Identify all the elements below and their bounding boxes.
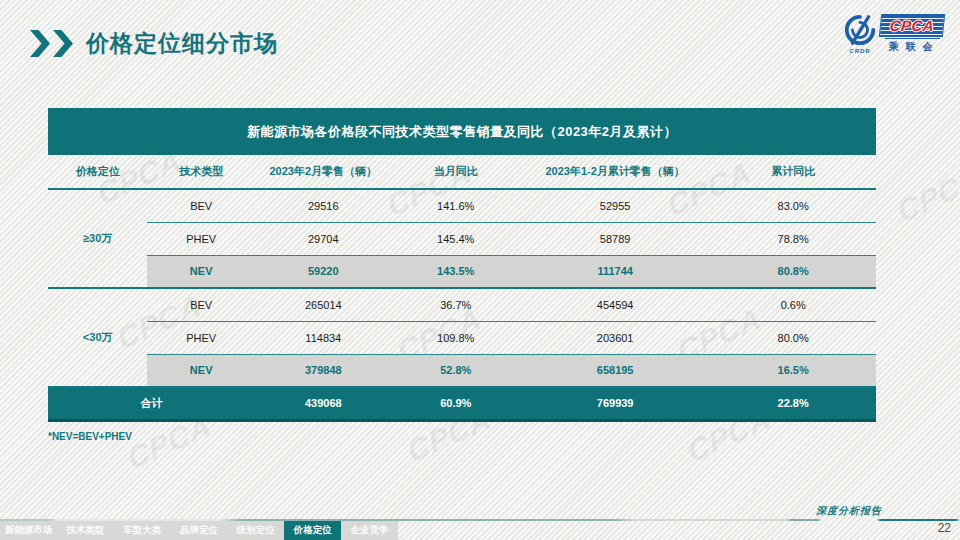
table-row-nev: NEV 59220 143.5% 111744 80.8% — [48, 255, 876, 288]
total-feb: 439068 — [255, 387, 392, 420]
col-header-cum-yoy: 累计同比 — [710, 155, 876, 189]
watermark: CPCA — [894, 161, 960, 230]
cpca-acronym-badge: CPCA — [879, 14, 945, 37]
tab-vehicle-class[interactable]: 车型大类 — [114, 521, 171, 540]
cell-type: PHEV — [147, 321, 255, 354]
col-header-mom-yoy: 当月同比 — [392, 155, 520, 189]
cell-feb: 29516 — [255, 189, 392, 222]
total-cum: 769939 — [520, 387, 710, 420]
cell-type: NEV — [147, 255, 255, 288]
tab-label: 品牌定位 — [180, 524, 218, 537]
group-label: ≥30万 — [48, 189, 147, 288]
data-table-section: 新能源市场各价格段不同技术类型零售销量及同比（2023年2月及累计） 价格定位 … — [48, 108, 876, 442]
tab-label: 价格定位 — [294, 524, 332, 537]
footnote: *NEV=BEV+PHEV — [48, 431, 876, 442]
tab-label: 级别定位 — [237, 524, 275, 537]
col-header-tech-type: 技术类型 — [147, 155, 255, 189]
table-header-row: 价格定位 技术类型 2023年2月零售（辆） 当月同比 2023年1-2月累计零… — [48, 155, 876, 189]
table-row: PHEV 29704 145.4% 58789 78.8% — [48, 222, 876, 255]
cell-yoy: 16.5% — [710, 354, 876, 387]
tab-tech-type[interactable]: 技术类型 — [57, 521, 114, 540]
col-header-feb-retail: 2023年2月零售（辆） — [255, 155, 392, 189]
chevron-right-icon — [53, 30, 73, 57]
group-label: <30万 — [48, 288, 147, 387]
cell-mom: 109.8% — [392, 321, 520, 354]
tab-label: 企业竞争 — [351, 524, 389, 537]
section-tabbar: 新能源市场 技术类型 车型大类 品牌定位 级别定位 价格定位 企业竞争 — [0, 521, 398, 540]
table-row: <30万 BEV 265014 36.7% 454594 0.6% — [48, 288, 876, 321]
sales-table: 价格定位 技术类型 2023年2月零售（辆） 当月同比 2023年1-2月累计零… — [48, 155, 876, 422]
cell-cum: 52955 — [520, 189, 710, 222]
cell-yoy: 83.0% — [710, 189, 876, 222]
cell-mom: 36.7% — [392, 288, 520, 321]
cell-type: NEV — [147, 354, 255, 387]
tab-company-competition[interactable]: 企业竞争 — [341, 521, 398, 540]
cell-cum: 454594 — [520, 288, 710, 321]
cpca-acronym: CPCA — [889, 17, 935, 34]
tab-nev-market[interactable]: 新能源市场 — [0, 521, 57, 540]
chevron-right-icon — [30, 30, 50, 57]
table-row: PHEV 114834 109.8% 203601 80.0% — [48, 321, 876, 354]
tab-brand-position[interactable]: 品牌定位 — [171, 521, 228, 540]
cell-cum: 203601 — [520, 321, 710, 354]
cell-cum: 111744 — [520, 255, 710, 288]
table-title: 新能源市场各价格段不同技术类型零售销量及同比（2023年2月及累计） — [48, 108, 876, 155]
total-yoy: 22.8% — [710, 387, 876, 420]
cell-mom: 141.6% — [392, 189, 520, 222]
cell-yoy: 80.8% — [710, 255, 876, 288]
cell-cum: 658195 — [520, 354, 710, 387]
col-header-price-tier: 价格定位 — [48, 155, 147, 189]
col-header-cum-retail: 2023年1-2月累计零售（辆） — [520, 155, 710, 189]
cell-cum: 58789 — [520, 222, 710, 255]
cell-mom: 52.8% — [392, 354, 520, 387]
cpca-logo-subtext: CRDR — [849, 48, 870, 54]
cell-yoy: 0.6% — [710, 288, 876, 321]
cell-mom: 145.4% — [392, 222, 520, 255]
table-row: ≥30万 BEV 29516 141.6% 52955 83.0% — [48, 189, 876, 222]
tab-label: 车型大类 — [123, 524, 161, 537]
table-total-row: 合计 439068 60.9% 769939 22.8% — [48, 387, 876, 420]
tab-price-position[interactable]: 价格定位 — [284, 521, 341, 540]
tab-level-position[interactable]: 级别定位 — [227, 521, 284, 540]
cell-feb: 379848 — [255, 354, 392, 387]
page-number: 22 — [938, 521, 951, 535]
cell-feb: 59220 — [255, 255, 392, 288]
tab-label: 新能源市场 — [5, 524, 53, 537]
slide-header: 价格定位细分市场 — [30, 28, 278, 59]
cell-feb: 29704 — [255, 222, 392, 255]
cell-type: PHEV — [147, 222, 255, 255]
cpca-chinese-name: 乘联会 — [885, 38, 940, 54]
tab-label: 技术类型 — [66, 524, 104, 537]
cell-yoy: 80.0% — [710, 321, 876, 354]
page-title: 价格定位细分市场 — [86, 28, 278, 59]
cell-yoy: 78.8% — [710, 222, 876, 255]
cell-mom: 143.5% — [392, 255, 520, 288]
cpca-swirl-icon — [843, 13, 877, 51]
table-row-nev: NEV 379848 52.8% 658195 16.5% — [48, 354, 876, 387]
total-label: 合计 — [48, 387, 255, 420]
cell-feb: 265014 — [255, 288, 392, 321]
cpca-logo: CRDR CPCA 乘联会 — [843, 13, 944, 54]
cell-type: BEV — [147, 189, 255, 222]
report-label: 深度分析报告 — [813, 504, 885, 518]
total-mom: 60.9% — [392, 387, 520, 420]
cell-type: BEV — [147, 288, 255, 321]
cell-feb: 114834 — [255, 321, 392, 354]
